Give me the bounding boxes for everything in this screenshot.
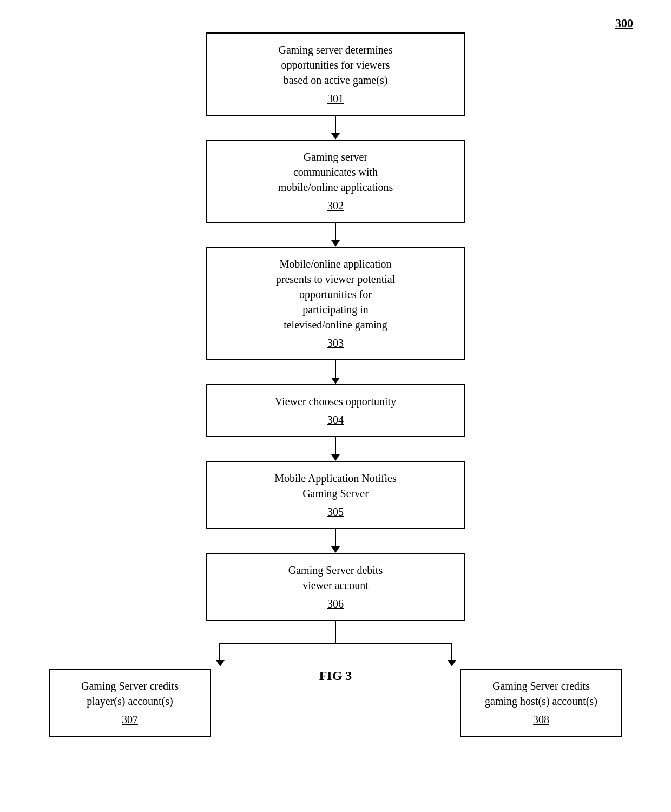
arrow-2 xyxy=(331,223,340,247)
flowchart: Gaming server determinesopportunities fo… xyxy=(32,32,639,737)
box-303: Mobile/online applicationpresents to vie… xyxy=(206,247,465,360)
split-arrows xyxy=(103,621,568,664)
arrow-head-right xyxy=(448,660,456,666)
box-308-label: 308 xyxy=(472,712,610,727)
box-307-label: 307 xyxy=(61,712,199,727)
box-304-label: 304 xyxy=(220,412,451,427)
box-301: Gaming server determinesopportunities fo… xyxy=(206,32,465,116)
box-305-text: Mobile Application NotifiesGaming Server xyxy=(274,472,397,499)
box-302-label: 302 xyxy=(220,198,451,213)
arrow-1 xyxy=(331,116,340,140)
box-301-text: Gaming server determinesopportunities fo… xyxy=(278,44,392,86)
box-305: Mobile Application NotifiesGaming Server… xyxy=(206,461,465,529)
box-308-text: Gaming Server creditsgaming host(s) acco… xyxy=(485,680,597,707)
box-302-text: Gaming servercommunicates withmobile/onl… xyxy=(278,151,393,193)
split-horiz-line xyxy=(219,643,452,644)
split-vert-line xyxy=(335,621,336,643)
arrow-head-left xyxy=(216,660,225,666)
box-304: Viewer chooses opportunity 304 xyxy=(206,384,465,437)
box-306: Gaming Server debitsviewer account 306 xyxy=(206,553,465,621)
box-308: Gaming Server creditsgaming host(s) acco… xyxy=(460,669,622,737)
box-307-text: Gaming Server creditsplayer(s) account(s… xyxy=(81,680,179,707)
box-301-label: 301 xyxy=(220,91,451,106)
box-305-label: 305 xyxy=(220,504,451,519)
bottom-boxes-row: Gaming Server creditsplayer(s) account(s… xyxy=(32,669,639,737)
box-302: Gaming servercommunicates withmobile/onl… xyxy=(206,140,465,223)
box-306-label: 306 xyxy=(220,596,451,611)
arrow-4 xyxy=(331,437,340,461)
fig-caption-center: FIG 3 xyxy=(319,669,352,683)
fig-caption-text: FIG 3 xyxy=(319,669,352,683)
box-307: Gaming Server creditsplayer(s) account(s… xyxy=(49,669,211,737)
box-303-text: Mobile/online applicationpresents to vie… xyxy=(276,258,396,331)
box-306-text: Gaming Server debitsviewer account xyxy=(288,564,383,591)
arrow-3 xyxy=(331,360,340,384)
box-304-text: Viewer chooses opportunity xyxy=(275,395,396,407)
box-303-label: 303 xyxy=(220,335,451,351)
figure-number-label: 300 xyxy=(615,16,633,30)
arrow-5 xyxy=(331,529,340,553)
